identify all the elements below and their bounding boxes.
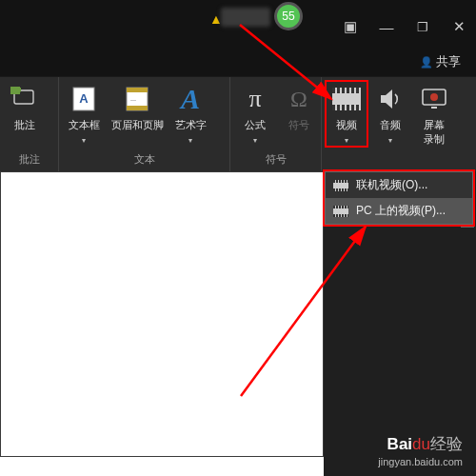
svg-rect-5 — [127, 88, 148, 92]
close-icon[interactable]: ✕ — [449, 18, 468, 35]
speaker-icon — [374, 83, 407, 115]
chevron-down-icon: ▾ — [188, 136, 192, 145]
svg-text:—: — — [130, 97, 136, 103]
share-button[interactable]: 共享 — [420, 54, 461, 69]
dropdown-item-pc-video[interactable]: PC 上的视频(P)... — [326, 198, 472, 224]
display-options-icon[interactable]: ▣ — [341, 18, 360, 35]
header-footer-icon: — — [121, 83, 153, 115]
pi-icon: π — [239, 83, 271, 115]
comment-icon — [9, 83, 41, 115]
svg-rect-10 — [431, 107, 437, 109]
screen-rec-icon — [418, 83, 450, 115]
minimize-icon[interactable]: — — [377, 19, 396, 35]
video-dropdown: 联机视频(O)... PC 上的视频(P)... — [325, 171, 473, 225]
chevron-down-icon: ▾ — [253, 136, 257, 145]
watermark: Baidu经验 jingyan.baidu.com — [378, 434, 463, 468]
profile-badge[interactable]: 55 — [274, 2, 303, 30]
svg-point-9 — [430, 93, 438, 101]
slide-canvas[interactable] — [0, 171, 324, 457]
title-bar: ▲ 55 ▣ — ❐ ✕ — [0, 0, 476, 53]
equation-button[interactable]: π 公式 ▾ — [236, 83, 274, 145]
chevron-down-icon: ▾ — [388, 136, 392, 145]
omega-icon: Ω — [283, 83, 315, 115]
dropdown-item-online-video[interactable]: 联机视频(O)... — [326, 172, 472, 198]
svg-text:A: A — [79, 91, 89, 106]
restore-icon[interactable]: ❐ — [413, 20, 432, 34]
film-icon — [330, 83, 363, 115]
chevron-down-icon: ▾ — [82, 136, 86, 145]
ribbon: 批注 批注 A 文本框 ▾ — 页眉和页脚 A 艺术字 ▾ — [0, 76, 476, 171]
group-label-text: 文本 — [59, 152, 229, 169]
svg-rect-6 — [127, 106, 148, 110]
video-button[interactable]: 视频 ▾ — [327, 83, 366, 145]
header-footer-button[interactable]: — 页眉和页脚 — [109, 83, 166, 132]
group-label-symbols: 符号 — [230, 152, 321, 169]
screen-recording-button[interactable]: 屏幕 录制 — [415, 83, 453, 147]
wordart-icon: A — [174, 83, 207, 115]
audio-button[interactable]: 音频 ▾ — [371, 83, 409, 145]
comment-button[interactable]: 批注 — [6, 83, 44, 132]
textbox-icon: A — [68, 83, 100, 115]
textbox-button[interactable]: A 文本框 ▾ — [65, 83, 103, 145]
title-blur — [221, 8, 270, 27]
film-icon — [333, 180, 348, 191]
group-label-media — [322, 167, 476, 169]
wordart-button[interactable]: A 艺术字 ▾ — [171, 83, 209, 145]
group-label-comments: 批注 — [0, 152, 58, 169]
film-icon — [333, 206, 348, 217]
symbol-button: Ω 符号 — [280, 83, 318, 132]
share-bar: 共享 — [0, 53, 476, 76]
chevron-down-icon: ▾ — [345, 136, 348, 145]
